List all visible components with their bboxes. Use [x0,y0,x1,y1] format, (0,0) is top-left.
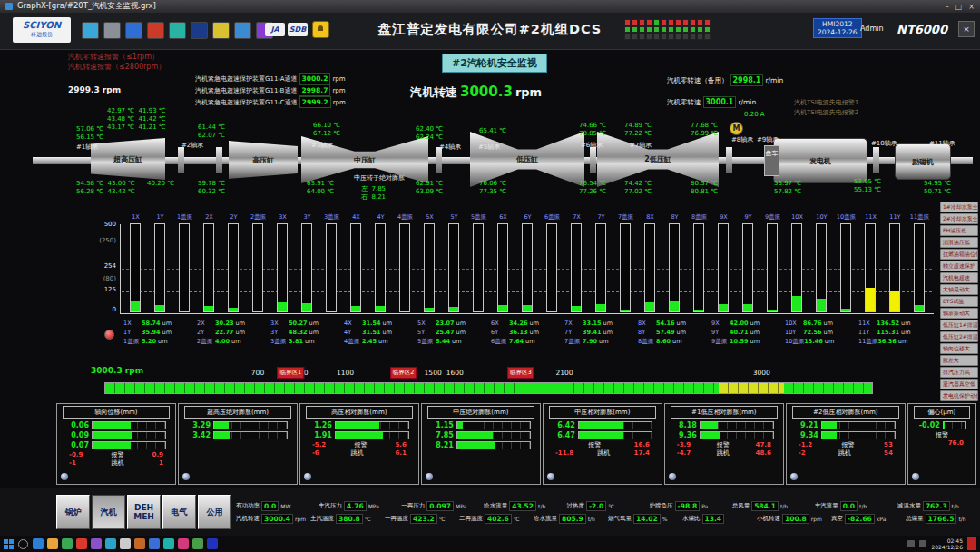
panel-bar-fill [214,432,230,439]
vibration-table-unit: um [750,320,760,327]
indicator-cell [646,19,652,25]
vibration-table-row: 3盖振3.81um [270,337,344,346]
toolbar-icon-3[interactable] [125,22,142,39]
taskbar-app-icon-4[interactable] [76,538,87,549]
start-button[interactable] [4,539,14,549]
taskbar-app-icon-12[interactable] [192,538,203,549]
nav-button-2[interactable]: 汽机 [92,495,125,529]
panel-title: 中压绝对膨胀(mm) [427,406,534,419]
taskbar-app-icon-1[interactable] [33,538,44,549]
ja-logo[interactable]: JA [265,23,285,36]
panel-alarm-label: 跳机 [597,449,610,458]
vibration-table-unit: um [452,338,461,345]
vibration-bar-row [197,225,270,312]
nav-button-4[interactable]: 电气 [162,495,196,529]
vibration-bar [424,223,435,312]
panel-alarm-low: -2 [799,449,806,458]
turning-gear-motor-icon: M [730,122,743,135]
taskbar-app-icon-7[interactable] [120,538,131,549]
trip-cause-button[interactable]: 独立超速保护 [940,261,978,271]
vibration-table-label: 7X [564,319,583,328]
vibration-bar-fill [302,303,311,311]
trip-cause-button[interactable]: 低压缸1#排温高 [940,320,978,330]
panel-measure-row: 0.09 [67,431,171,439]
trip-cause-button[interactable]: EH油压低 [940,225,978,236]
y-axis-tick: 500 [89,221,116,228]
trip-cause-button[interactable]: 大轴晃动大 [940,284,978,295]
vibration-table-row: 9Y40.71um [711,328,785,337]
nav-button-3[interactable]: DEH MEH [127,495,161,529]
minimize-button[interactable]: – [946,3,949,11]
trip-cause-button[interactable]: 汽机电超速 [940,272,978,283]
taskbar-app-icon-6[interactable] [105,538,116,549]
taskbar-app-icon-9[interactable] [149,538,160,549]
clock[interactable]: 02:45 2024/12/26 [931,537,963,550]
trip-cause-button[interactable]: 润滑油压低 [940,237,978,248]
dcs-screen: GraphX-[gra/#20T_汽机安全监视.grx] – □ × SCIYO… [0,0,980,552]
indicator-cell [632,34,638,40]
panel-bar [92,441,166,449]
vibration-table-value: 13.46 [804,338,823,345]
vibration-table-label: 10盖振 [785,337,804,346]
alarm-bell-icon[interactable] [312,21,329,38]
panel-bar [700,421,774,429]
toolbar-icon-2[interactable] [103,22,121,39]
vibration-bar-cell [344,225,368,312]
trip-cause-button[interactable]: 抗燃油箱油位低 [940,249,978,260]
panel-alarm-high: 17.4 [634,449,650,458]
header-close-button[interactable]: × [958,21,975,37]
trip-cause-button[interactable]: 发电机保护动作 [940,390,978,401]
os-taskbar: 02:45 2024/12/26 [0,536,980,552]
panel-超高压绝对膨胀(mm): 超高压绝对膨胀(mm)3.293.42 [178,403,298,485]
trip-cause-button[interactable]: 轴承振动大 [940,308,978,319]
nav-button-5[interactable]: 公用 [198,495,231,529]
vibration-table-value: 22.77 [215,329,234,336]
taskbar-app-icon-8[interactable] [134,538,145,549]
vibration-table-unit: um [456,329,466,336]
trip-cause-button[interactable]: 胀差大 [940,355,978,366]
trip-cause-button[interactable]: 凝汽器真空低 [940,379,978,389]
vibration-table-unit: um [236,329,245,336]
taskbar-app-icon-10[interactable] [163,538,174,549]
taskbar-app-icon-5[interactable] [91,538,102,549]
trip-cause-button[interactable]: 排汽压力高 [940,367,978,378]
vibration-table-value: 58.74 [142,320,161,327]
taskbar-app-icon-13[interactable] [207,538,218,549]
speed-scale-tick: 1100 [337,369,354,377]
vibration-bar-fill [351,306,360,311]
y-axis-tick: 125 [89,286,116,293]
status-cell: 主汽流量0.0t/h [815,501,895,511]
panel-alarm-low: -0.9 [69,451,83,459]
trip-cause-button[interactable]: ETS试验 [940,296,978,307]
toolbar-icon-1[interactable] [82,22,99,39]
sdb-logo[interactable]: SDB [288,23,308,36]
trip-cause-button[interactable]: 低压缸2#排温高 [940,331,978,342]
zero-speed-unit: r/min [765,76,783,84]
toolbar-icon-5[interactable] [169,22,186,39]
zero-speed-value: 2998.1 [730,74,764,86]
trip-cause-button[interactable]: 轴向位移大 [940,343,978,354]
taskbar-app-icon-3[interactable] [62,538,73,549]
vibration-bar-fill [180,310,189,311]
toolbar-icon-7[interactable] [212,22,230,39]
notification-button[interactable] [967,537,976,550]
panel-bar [578,431,652,439]
toolbar-icon-4[interactable] [147,22,164,39]
vibration-bar [375,223,386,312]
indicator-cell [675,26,681,33]
tray-volume-icon[interactable] [919,540,926,547]
maximize-button[interactable]: □ [956,3,963,11]
taskbar-app-icon-11[interactable] [178,538,189,549]
trip-cause-button[interactable]: 2#冷却水泵全停 [940,213,978,224]
close-button[interactable]: × [968,3,975,11]
tray-network-icon[interactable] [907,540,915,547]
toolbar-icon-6[interactable] [191,22,208,39]
hmi-station-info: HMI2012 2024-12-26 [813,18,862,38]
search-icon[interactable] [18,539,28,549]
panel-alarm-low: -5.2 [312,441,326,449]
toolbar-icon-8[interactable] [234,22,251,39]
nav-button-1[interactable]: 锅炉 [56,495,90,529]
panel-status-indicator [547,473,554,480]
trip-cause-button[interactable]: 1#冷却水泵全停 [940,202,978,212]
taskbar-app-icon-2[interactable] [47,538,58,549]
